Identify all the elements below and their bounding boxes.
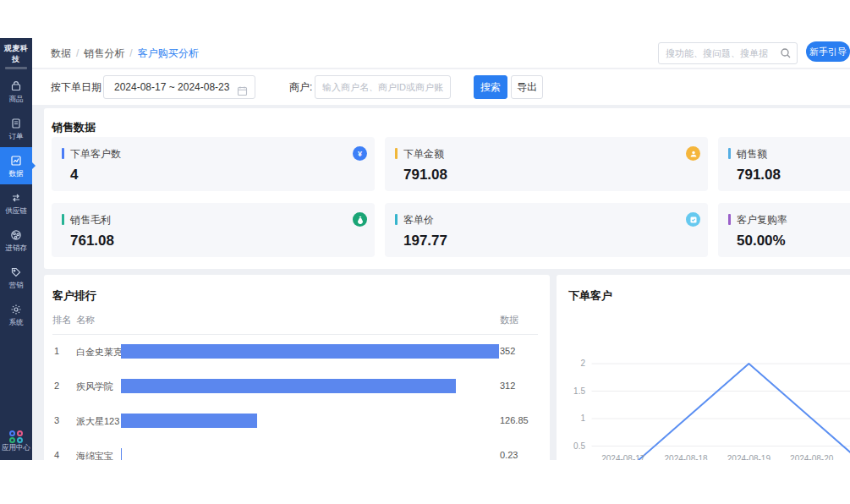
name-cell: 派大星123 — [76, 415, 125, 428]
user-icon — [686, 146, 700, 161]
x-axis-tick-label: 2024-08-19 — [719, 454, 778, 460]
metric-card-gross-profit: 销售毛利 761.08 — [52, 203, 375, 257]
metric-card-sales-amount: 销售额 791.08 — [718, 137, 850, 191]
sidebar-item-label: 商品 — [1, 95, 31, 103]
metric-label: 销售毛利 — [70, 213, 363, 227]
export-button[interactable]: 导出 — [511, 75, 543, 99]
sidebar-item-data[interactable]: 数据 — [0, 147, 32, 184]
brand-logo-text: 观麦科技 — [4, 44, 29, 63]
bag-icon — [0, 79, 32, 93]
sidebar-item-system[interactable]: 系统 — [0, 296, 32, 333]
sidebar-item-orders[interactable]: 订单 — [0, 110, 32, 147]
metric-card-order-amount: 下单金额 791.08 — [385, 137, 708, 191]
filter-bar: 按下单日期 ∨ 2024-08-17 ~ 2024-08-23 商户: 搜索 导… — [32, 69, 850, 105]
column-header-rank: 排名 — [52, 314, 71, 326]
card-accent-bar — [395, 214, 398, 225]
metric-value: 4 — [70, 167, 363, 184]
gear-icon — [0, 303, 32, 316]
value-cell: 126.85 — [500, 415, 529, 425]
x-axis-tick-label: 2024-08-18 — [656, 454, 716, 460]
card-accent-bar — [728, 214, 731, 225]
y-axis-tick-label: 1 — [560, 414, 585, 423]
sidebar-item-label: 系统 — [1, 318, 31, 326]
y-axis-tick-label: 1.5 — [560, 386, 585, 396]
breadcrumb-item-current: 客户购买分析 — [138, 47, 199, 59]
global-search-input[interactable] — [666, 43, 776, 63]
ranking-bar — [121, 414, 257, 428]
value-cell: 352 — [500, 346, 515, 356]
check-doc-icon — [686, 212, 700, 227]
metric-cards-row-2: 销售毛利 761.08 客单价 197.77 — [52, 203, 850, 257]
sidebar-item-app-center[interactable]: 应用中心 — [0, 418, 32, 458]
breadcrumb-separator: / — [76, 47, 79, 59]
x-axis-tick-label: 2024-08-20 — [782, 454, 842, 460]
sidebar-item-supply-chain[interactable]: 供应链 — [0, 184, 32, 222]
merchant-filter-label: 商户: — [289, 80, 312, 95]
metric-value: 791.08 — [737, 167, 850, 184]
ranking-bar — [121, 379, 456, 393]
ranking-panel-title: 客户排行 — [52, 288, 550, 304]
merchant-search-input[interactable] — [315, 75, 451, 99]
rank-cell: 2 — [54, 381, 59, 391]
ranking-bar — [121, 448, 122, 460]
apps-grid-icon — [9, 430, 24, 443]
metric-value: 791.08 — [403, 167, 696, 184]
x-axis-tick-label: 2024-08-17 — [594, 454, 653, 460]
name-cell: 海绵宝宝 — [76, 450, 125, 460]
value-cell: 312 — [500, 381, 515, 391]
rank-cell: 4 — [54, 450, 59, 460]
sidebar-item-label: 供应链 — [1, 206, 31, 215]
sales-data-panel: 销售数据 下单客户数 4 ¥ 下单金额 791.08 销售额 — [44, 108, 850, 269]
name-cell: 白金史莱克 — [76, 346, 125, 359]
breadcrumb-item[interactable]: 数据 — [51, 47, 71, 59]
metric-label: 下单金额 — [403, 147, 696, 162]
tag-icon — [0, 266, 32, 279]
sidebar-item-label: 营销 — [1, 281, 31, 289]
date-range-input[interactable]: 2024-08-17 ~ 2024-08-23 — [103, 75, 255, 99]
ranking-table-row: 3派大星123126.85 — [52, 404, 541, 438]
sidebar-item-label: 数据 — [1, 169, 31, 178]
ranking-table-row: 2疾风学院312 — [52, 370, 541, 403]
metric-card-repurchase-rate: 客户复购率 50.00% — [718, 203, 850, 257]
ranking-table-header: 排名 名称 数据 — [52, 314, 541, 332]
line-chart-canvas — [557, 309, 850, 460]
beginner-guide-button[interactable]: 新手引导 — [806, 41, 850, 62]
metric-value: 50.00% — [737, 233, 850, 249]
sales-panel-title: 销售数据 — [52, 120, 850, 135]
share-nodes-icon — [0, 228, 32, 242]
order-customers-line-chart: 00.511.522024-08-172024-08-182024-08-192… — [557, 309, 850, 460]
y-axis-tick-label: 2 — [560, 359, 585, 368]
swap-arrows-icon — [0, 191, 32, 205]
column-header-name: 名称 — [76, 314, 95, 326]
card-accent-bar — [62, 148, 64, 159]
sidebar-item-marketing[interactable]: 营销 — [0, 259, 32, 296]
sidebar-item-label: 订单 — [1, 132, 31, 140]
ranking-bar — [121, 344, 499, 359]
order-doc-icon — [0, 117, 32, 130]
rank-cell: 3 — [54, 415, 59, 425]
rank-cell: 1 — [54, 346, 59, 356]
sidebar-item-inventory[interactable]: 进销存 — [0, 222, 32, 259]
date-filter-label[interactable]: 按下单日期 ∨ — [51, 80, 110, 95]
card-accent-bar — [395, 148, 398, 159]
sidebar-item-goods[interactable]: 商品 — [0, 73, 32, 110]
app-window: 观麦科技 商品 订单 数据 — [0, 38, 850, 460]
search-button[interactable]: 搜索 — [474, 75, 507, 99]
metric-label: 客单价 — [403, 213, 696, 227]
card-accent-bar — [62, 214, 64, 225]
column-header-value: 数据 — [500, 314, 518, 326]
chart-line-icon — [0, 154, 32, 167]
ranking-table-row: 4海绵宝宝0.23 — [52, 439, 541, 460]
metric-label: 客户复购率 — [737, 213, 850, 227]
moneybag-icon — [353, 212, 367, 227]
orders-panel-title: 下单客户 — [568, 288, 850, 304]
y-axis-tick-label: 0.5 — [560, 441, 585, 451]
global-search-box — [658, 42, 798, 64]
search-icon[interactable] — [780, 47, 792, 63]
metric-card-order-customers: 下单客户数 4 ¥ — [52, 137, 375, 191]
value-cell: 0.23 — [500, 450, 518, 460]
metric-value: 761.08 — [70, 233, 363, 249]
sidebar-item-label: 进销存 — [1, 244, 31, 252]
metric-label: 下单客户数 — [70, 147, 363, 162]
breadcrumb-item[interactable]: 销售分析 — [84, 47, 124, 59]
